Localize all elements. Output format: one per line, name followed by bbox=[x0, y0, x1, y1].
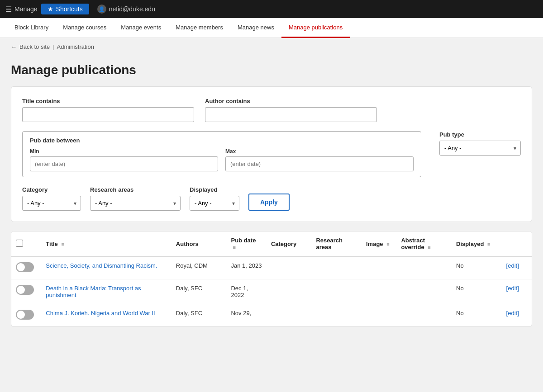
pub-date-label: Pub date between bbox=[30, 137, 414, 144]
shortcuts-label: Shortcuts bbox=[56, 5, 83, 13]
displayed-select[interactable]: - Any - Yes No bbox=[190, 196, 239, 211]
edit-link-1[interactable]: [edit] bbox=[506, 262, 519, 269]
col-displayed-header: Displayed ≡ bbox=[452, 231, 502, 256]
pub-date-max-input[interactable] bbox=[225, 156, 414, 171]
displayed-label: Displayed bbox=[190, 186, 239, 193]
title-contains-group: Title contains bbox=[22, 98, 194, 122]
back-arrow-icon: ← bbox=[11, 43, 17, 50]
table-row: Chima J. Korieh. Nigeria and World War I… bbox=[11, 304, 532, 327]
nav-manage-members[interactable]: Manage members bbox=[168, 18, 230, 38]
row-displayed-cell: No bbox=[452, 256, 502, 279]
nav-manage-news[interactable]: Manage news bbox=[230, 18, 281, 38]
displayed-sort-icon[interactable]: ≡ bbox=[487, 241, 490, 247]
row-research-cell bbox=[311, 304, 362, 327]
row-toggle-cell bbox=[11, 279, 41, 304]
row-edit-cell: [edit] bbox=[502, 279, 532, 304]
top-bar: ☰ Manage ★ Shortcuts 👤 netid@duke.edu bbox=[0, 0, 543, 18]
category-select[interactable]: - Any - Research Teaching bbox=[22, 196, 81, 211]
table-header-row: Title ≡ Authors Pub date ≡ Category Rese bbox=[11, 231, 532, 256]
title-sort-icon[interactable]: ≡ bbox=[61, 241, 64, 247]
toggle-track bbox=[16, 285, 34, 295]
edit-link-2[interactable]: [edit] bbox=[506, 285, 519, 292]
user-email: netid@duke.edu bbox=[109, 5, 155, 13]
breadcrumb-separator: | bbox=[52, 43, 54, 50]
filter-row-2: Pub date between Min Max Pub type bbox=[22, 131, 521, 177]
nav-manage-events[interactable]: Manage events bbox=[114, 18, 168, 38]
research-areas-select[interactable]: - Any - Area 1 Area 2 bbox=[90, 196, 181, 211]
row-image-cell bbox=[362, 279, 396, 304]
apply-button[interactable]: Apply bbox=[248, 194, 290, 211]
row-category-cell bbox=[267, 279, 312, 304]
user-menu[interactable]: 👤 netid@duke.edu bbox=[97, 5, 155, 14]
nav-manage-courses[interactable]: Manage courses bbox=[56, 18, 114, 38]
category-group: Category - Any - Research Teaching bbox=[22, 186, 81, 211]
filter-row-1: Title contains Author contains bbox=[22, 98, 521, 122]
col-research-header: Research areas bbox=[311, 231, 362, 256]
filter-row-3: Category - Any - Research Teaching Resea… bbox=[22, 186, 521, 211]
pub-type-select-wrapper: - Any - Article Book Conference Paper Re… bbox=[439, 141, 521, 156]
edit-link-3[interactable]: [edit] bbox=[506, 310, 519, 316]
row-toggle-1[interactable] bbox=[16, 262, 34, 272]
nav-manage-publications[interactable]: Manage publications bbox=[281, 18, 350, 38]
pub-date-min-group: Min bbox=[30, 148, 218, 171]
pub-type-select[interactable]: - Any - Article Book Conference Paper Re… bbox=[439, 141, 521, 156]
toggle-track bbox=[16, 310, 34, 320]
row-pubdate-cell: Nov 29, bbox=[226, 304, 266, 327]
category-label: Category bbox=[22, 186, 81, 193]
col-select-all bbox=[11, 231, 41, 256]
displayed-select-wrapper: - Any - Yes No bbox=[190, 196, 239, 211]
research-areas-select-wrapper: - Any - Area 1 Area 2 bbox=[90, 196, 181, 211]
author-contains-label: Author contains bbox=[205, 98, 377, 104]
row-toggle-2[interactable] bbox=[16, 285, 34, 295]
row-authors-cell: Daly, SFC bbox=[171, 304, 227, 327]
displayed-group: Displayed - Any - Yes No bbox=[190, 186, 239, 211]
pub-title-link-1[interactable]: Science, Society, and Dismantling Racism… bbox=[46, 262, 157, 269]
pub-date-fields: Min Max bbox=[30, 148, 414, 171]
toggle-thumb bbox=[17, 311, 25, 319]
title-contains-input[interactable] bbox=[22, 107, 194, 122]
col-edit-header bbox=[502, 231, 532, 256]
table-row: Death in a Black Maria: Transport as pun… bbox=[11, 279, 532, 304]
pub-type-label: Pub type bbox=[439, 131, 521, 138]
back-to-site-link[interactable]: Back to site bbox=[19, 43, 50, 50]
pubdate-sort-icon[interactable]: ≡ bbox=[233, 245, 235, 250]
research-areas-label: Research areas bbox=[90, 186, 181, 193]
pub-date-min-input[interactable] bbox=[30, 156, 218, 171]
row-pubdate-cell: Dec 1, 2022 bbox=[226, 279, 266, 304]
pub-title-link-2[interactable]: Death in a Black Maria: Transport as pun… bbox=[46, 285, 141, 298]
pub-date-max-label: Max bbox=[225, 148, 414, 155]
secondary-nav: Block Library Manage courses Manage even… bbox=[0, 18, 543, 38]
row-research-cell bbox=[311, 279, 362, 304]
row-displayed-cell: No bbox=[452, 304, 502, 327]
table-row: Science, Society, and Dismantling Racism… bbox=[11, 256, 532, 279]
author-contains-input[interactable] bbox=[205, 107, 377, 122]
row-authors-cell: Royal, CDM bbox=[171, 256, 227, 279]
title-contains-label: Title contains bbox=[22, 98, 194, 104]
filter-card: Title contains Author contains Pub date … bbox=[11, 86, 532, 222]
row-abstract-cell bbox=[396, 279, 452, 304]
toggle-thumb bbox=[17, 286, 25, 294]
row-category-cell bbox=[267, 304, 312, 327]
row-abstract-cell bbox=[396, 256, 452, 279]
user-avatar: 👤 bbox=[97, 5, 106, 14]
row-title-cell: Science, Society, and Dismantling Racism… bbox=[41, 256, 171, 279]
publications-table: Title ≡ Authors Pub date ≡ Category Rese bbox=[11, 231, 532, 326]
row-toggle-cell bbox=[11, 256, 41, 279]
row-pubdate-cell: Jan 1, 2023 bbox=[226, 256, 266, 279]
col-image-header: Image ≡ bbox=[362, 231, 396, 256]
author-contains-group: Author contains bbox=[205, 98, 377, 122]
image-sort-icon[interactable]: ≡ bbox=[386, 241, 389, 247]
pub-type-group: Pub type - Any - Article Book Conference… bbox=[439, 131, 521, 156]
pub-title-link-3[interactable]: Chima J. Korieh. Nigeria and World War I… bbox=[46, 310, 155, 316]
row-toggle-3[interactable] bbox=[16, 310, 34, 320]
nav-block-library[interactable]: Block Library bbox=[7, 18, 56, 38]
abstract-sort-icon[interactable]: ≡ bbox=[428, 245, 430, 250]
page-title: Manage publications bbox=[11, 63, 532, 77]
manage-label: Manage bbox=[14, 5, 38, 13]
star-icon: ★ bbox=[48, 5, 53, 13]
shortcuts-button[interactable]: ★ Shortcuts bbox=[41, 4, 89, 14]
row-image-cell bbox=[362, 256, 396, 279]
select-all-checkbox[interactable] bbox=[16, 240, 23, 247]
manage-menu[interactable]: ☰ Manage bbox=[5, 5, 38, 14]
row-edit-cell: [edit] bbox=[502, 304, 532, 327]
